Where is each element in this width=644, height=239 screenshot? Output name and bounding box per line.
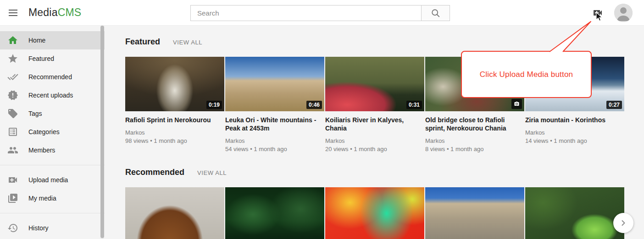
search-input[interactable] — [190, 5, 421, 21]
sidebar-item-label: Categories — [28, 128, 60, 136]
video-thumbnail[interactable] — [525, 187, 624, 239]
categories-icon — [7, 126, 18, 137]
done-all-icon — [7, 71, 18, 82]
media-card[interactable] — [225, 187, 324, 239]
camera-badge — [511, 99, 522, 109]
sidebar-item-history[interactable]: History — [0, 219, 105, 237]
view-all-link[interactable]: VIEW ALL — [197, 169, 227, 176]
sidebar-divider — [0, 213, 105, 213]
video-author[interactable]: Markos — [325, 137, 424, 145]
video-author[interactable]: Markos — [125, 129, 224, 136]
sidebar-item-home[interactable]: Home — [0, 31, 105, 49]
video-meta: 14 views • 1 month ago — [525, 137, 624, 145]
video-meta: 8 views • 1 month ago — [425, 146, 524, 153]
person-icon — [614, 4, 633, 22]
sidebar-item-categories[interactable]: Categories — [0, 123, 105, 141]
sidebar-item-label: Recommended — [28, 73, 72, 81]
video-meta: 98 views • 1 month ago — [125, 137, 224, 145]
view-all-link[interactable]: VIEW ALL — [173, 39, 202, 46]
media-card[interactable]: 0:31 Koiliaris River in Kalyves, Chania … — [325, 57, 424, 156]
video-author[interactable]: Markos — [425, 137, 524, 145]
logo-text-cms: CMS — [58, 6, 82, 18]
scrollbar-thumb[interactable] — [100, 26, 104, 238]
home-icon — [7, 35, 18, 46]
video-thumbnail[interactable] — [425, 187, 524, 239]
duration-badge: 0:31 — [406, 101, 422, 109]
search-bar — [190, 5, 450, 21]
video-title[interactable]: Koiliaris River in Kalyves, Chania — [325, 116, 424, 132]
sidebar-item-label: Featured — [28, 55, 54, 62]
sidebar-item-upload-media[interactable]: Upload media — [0, 171, 105, 189]
tooltip-text: Click Upload Media button — [480, 70, 573, 79]
sidebar-scrollbar[interactable] — [100, 26, 104, 239]
media-card[interactable] — [125, 187, 224, 239]
section-title: Featured — [125, 38, 160, 46]
carousel-next-button[interactable] — [613, 213, 633, 233]
tag-icon — [7, 108, 18, 119]
video-title[interactable]: Old bridge close to Rafioli sprint, Nero… — [425, 116, 524, 132]
sidebar: Home Featured Recommended Recent uploads… — [0, 26, 105, 239]
sidebar-item-label: Recent uploads — [28, 92, 73, 99]
members-icon — [7, 145, 18, 156]
new-releases-icon — [7, 90, 18, 101]
menu-icon[interactable] — [7, 8, 18, 18]
sidebar-item-my-media[interactable]: My media — [0, 189, 105, 207]
upload-tooltip: Click Upload Media button — [461, 51, 592, 98]
video-thumbnail[interactable] — [325, 187, 424, 239]
sidebar-item-label: Home — [28, 37, 45, 44]
recommended-section: Recommended VIEW ALL — [125, 168, 644, 239]
video-author[interactable]: Markos — [225, 137, 324, 145]
video-meta: 20 views • 1 month ago — [325, 146, 424, 153]
video-title[interactable]: Rafioli Sprint in Nerokourou — [125, 116, 224, 124]
section-title: Recommended — [125, 168, 184, 176]
sidebar-item-label: Members — [28, 147, 55, 154]
video-thumbnail[interactable] — [225, 187, 324, 239]
sidebar-item-recent-uploads[interactable]: Recent uploads — [0, 86, 105, 104]
search-icon — [431, 8, 441, 18]
video-author[interactable]: Markos — [525, 129, 624, 136]
video-library-icon — [7, 193, 18, 204]
video-meta: 54 views • 1 month ago — [225, 146, 324, 153]
user-avatar[interactable] — [614, 4, 633, 22]
video-call-icon — [7, 174, 18, 185]
sidebar-item-label: Tags — [28, 110, 42, 117]
video-thumbnail[interactable]: 0:19 — [125, 57, 224, 111]
logo-text-media: Media — [28, 6, 58, 18]
sidebar-item-label: My media — [28, 195, 56, 202]
sidebar-divider — [0, 165, 105, 165]
media-card[interactable]: 0:46 Leuka Ori - White mountains - Peak … — [225, 57, 324, 156]
video-thumbnail[interactable] — [125, 187, 224, 239]
chevron-right-icon — [619, 218, 628, 228]
duration-badge: 0:19 — [206, 101, 222, 109]
media-card[interactable] — [525, 187, 624, 239]
sidebar-item-members[interactable]: Members — [0, 141, 105, 159]
sidebar-item-tags[interactable]: Tags — [0, 104, 105, 123]
video-thumbnail[interactable]: 0:31 — [325, 57, 424, 111]
media-card[interactable] — [325, 187, 424, 239]
mouse-cursor-icon — [595, 12, 603, 22]
video-title[interactable]: Leuka Ori - White mountains - Peak at 24… — [225, 116, 324, 132]
media-card[interactable]: 0:19 Rafioli Sprint in Nerokourou Markos… — [125, 57, 224, 156]
star-icon — [7, 53, 18, 64]
video-title[interactable]: Ziria mountain - Korinthos — [525, 116, 624, 124]
history-icon — [7, 223, 18, 234]
camera-icon — [514, 101, 520, 107]
sidebar-item-recommended[interactable]: Recommended — [0, 68, 105, 86]
sidebar-item-label: Upload media — [28, 176, 68, 184]
media-card[interactable] — [425, 187, 524, 239]
top-bar: MediaCMS — [0, 0, 644, 26]
video-thumbnail[interactable]: 0:46 — [225, 57, 324, 111]
duration-badge: 0:46 — [306, 101, 322, 109]
duration-badge: 0:27 — [606, 101, 622, 109]
app-logo[interactable]: MediaCMS — [28, 6, 81, 19]
sidebar-item-label: History — [28, 224, 49, 232]
search-button[interactable] — [421, 5, 450, 21]
sidebar-item-featured[interactable]: Featured — [0, 49, 105, 68]
